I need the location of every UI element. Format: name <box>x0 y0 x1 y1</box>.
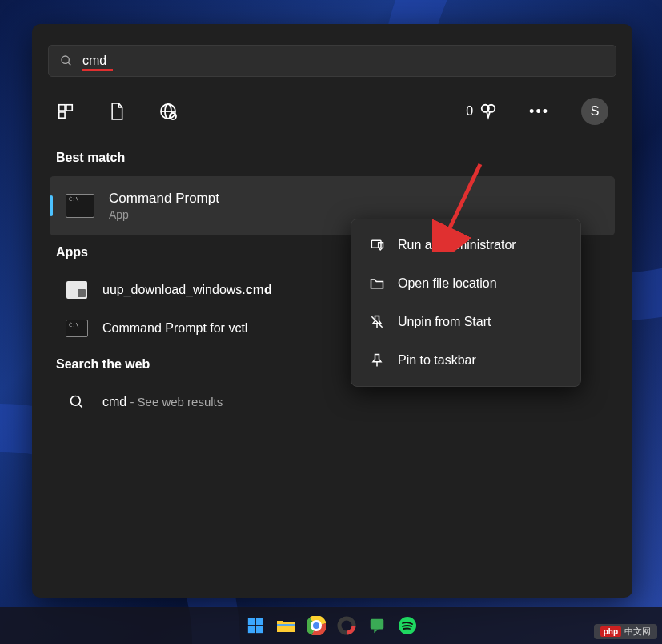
taskbar-chrome-icon[interactable] <box>305 614 327 637</box>
svg-point-0 <box>62 56 69 63</box>
search-icon <box>69 394 85 410</box>
menu-unpin-start[interactable]: Unpin from Start <box>351 303 580 341</box>
menu-open-location[interactable]: Open file location <box>351 264 580 303</box>
svg-line-1 <box>68 62 70 65</box>
more-icon[interactable]: ••• <box>529 103 549 120</box>
taskbar <box>0 607 662 644</box>
taskbar-app-icon[interactable] <box>335 614 358 637</box>
taskbar-app-icon[interactable] <box>366 614 388 637</box>
menu-label: Run as administrator <box>398 238 516 252</box>
svg-line-12 <box>79 405 82 408</box>
folder-icon <box>369 276 385 292</box>
filter-row: 0 ••• S <box>32 77 632 141</box>
svg-rect-28 <box>370 619 383 630</box>
command-prompt-icon <box>66 194 94 218</box>
svg-point-25 <box>313 622 319 629</box>
selection-indicator <box>50 195 53 216</box>
svg-rect-19 <box>255 626 262 633</box>
admin-shield-icon <box>369 237 385 253</box>
svg-rect-13 <box>371 240 381 248</box>
menu-label: Pin to taskbar <box>398 353 476 368</box>
taskbar-explorer-icon[interactable] <box>275 614 297 637</box>
rewards-badge[interactable]: 0 <box>466 103 497 120</box>
svg-rect-17 <box>255 618 262 625</box>
svg-point-11 <box>71 396 81 406</box>
filter-apps-icon[interactable] <box>56 102 75 121</box>
user-avatar[interactable]: S <box>581 98 608 125</box>
annotation-underline <box>82 69 113 71</box>
watermark: php 中文网 <box>594 624 657 639</box>
svg-rect-3 <box>66 105 72 111</box>
section-best-match: Best match <box>32 141 632 176</box>
svg-rect-20 <box>277 624 295 626</box>
command-prompt-icon <box>66 320 88 337</box>
filter-documents-icon[interactable] <box>107 102 126 121</box>
result-label: uup_download_windows.cmd <box>102 283 272 297</box>
menu-run-as-admin[interactable]: Run as administrator <box>351 226 580 264</box>
svg-rect-18 <box>247 626 254 633</box>
taskbar-spotify-icon[interactable] <box>396 614 419 637</box>
menu-label: Unpin from Start <box>398 315 491 329</box>
web-result-label: cmd - See web results <box>102 395 223 409</box>
context-menu: Run as administrator Open file location … <box>351 219 581 387</box>
result-subtitle: App <box>109 208 219 221</box>
web-result-item[interactable]: cmd - See web results <box>32 383 632 421</box>
result-label: Command Prompt for vctl <box>102 321 247 336</box>
start-button[interactable] <box>244 614 267 637</box>
svg-rect-16 <box>247 618 254 625</box>
search-input[interactable]: cmd <box>82 54 106 68</box>
unpin-icon <box>369 314 385 330</box>
menu-pin-taskbar[interactable]: Pin to taskbar <box>351 341 580 380</box>
search-icon <box>60 54 73 67</box>
filter-web-icon[interactable] <box>158 102 178 121</box>
rewards-points: 0 <box>466 104 473 119</box>
cmd-file-icon <box>66 281 87 299</box>
pin-icon <box>369 352 385 368</box>
search-box[interactable]: cmd <box>48 45 616 77</box>
result-title: Command Prompt <box>109 191 219 207</box>
menu-label: Open file location <box>398 276 497 291</box>
svg-rect-4 <box>59 112 65 118</box>
svg-rect-2 <box>59 105 65 111</box>
